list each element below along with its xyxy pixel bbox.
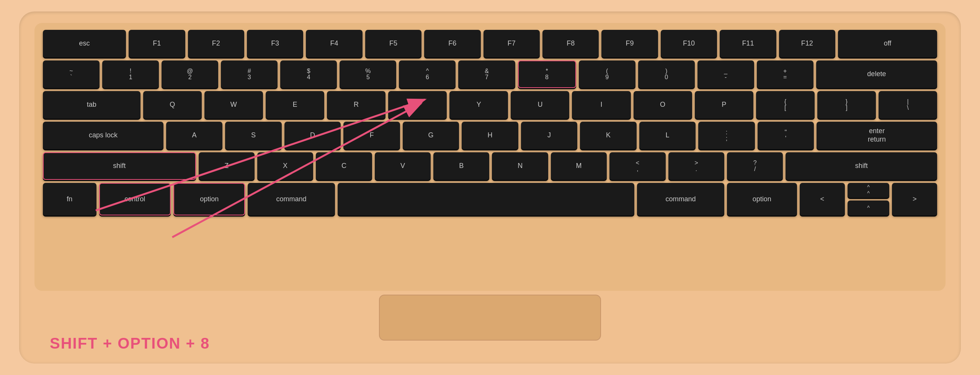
- key-6[interactable]: ^ 6: [399, 60, 456, 88]
- key-x[interactable]: X: [257, 152, 313, 180]
- key-f9[interactable]: F9: [601, 30, 658, 57]
- key-w[interactable]: W: [204, 91, 263, 119]
- key-option-left[interactable]: option: [173, 183, 245, 215]
- key-9[interactable]: ( 9: [579, 60, 635, 88]
- trackpad-row: [379, 295, 601, 341]
- asdf-row: caps lock A S D F G H J K L : ; " ' ente…: [43, 122, 937, 149]
- key-l[interactable]: L: [639, 122, 696, 149]
- key-arrow-left[interactable]: <: [800, 183, 845, 215]
- key-esc[interactable]: esc: [43, 30, 126, 57]
- key-z[interactable]: Z: [199, 152, 255, 180]
- key-n[interactable]: N: [492, 152, 548, 180]
- key-f7[interactable]: F7: [483, 30, 540, 57]
- key-4[interactable]: $ 4: [280, 60, 337, 88]
- keyboard-area: esc F1 F2 F3 F4 F5 F6 F7 F8 F9 F10 F11 F…: [34, 23, 946, 291]
- key-5[interactable]: % 5: [340, 60, 396, 88]
- key-control[interactable]: control: [99, 183, 171, 215]
- key-u[interactable]: U: [511, 91, 569, 119]
- key-m[interactable]: M: [551, 152, 607, 180]
- number-row: ~ ` ! 1 @ 2 # 3 $ 4 % 5: [43, 60, 937, 88]
- key-space[interactable]: [338, 183, 635, 215]
- key-f6[interactable]: F6: [424, 30, 480, 57]
- key-shift-right[interactable]: shift: [786, 152, 937, 180]
- key-p[interactable]: P: [695, 91, 753, 119]
- key-s[interactable]: S: [225, 122, 281, 149]
- key-8[interactable]: * 8: [518, 60, 576, 88]
- modifier-row: fn control option command command option…: [43, 183, 937, 215]
- key-arrow-down[interactable]: ^: [848, 201, 890, 215]
- key-fn[interactable]: fn: [43, 183, 96, 215]
- key-v[interactable]: V: [375, 152, 431, 180]
- key-j[interactable]: J: [521, 122, 577, 149]
- key-f[interactable]: F: [343, 122, 400, 149]
- key-enter[interactable]: enter return: [817, 122, 937, 149]
- key-i[interactable]: I: [572, 91, 630, 119]
- key-0[interactable]: ) 0: [638, 60, 695, 88]
- key-f10[interactable]: F10: [661, 30, 717, 57]
- key-d[interactable]: D: [284, 122, 341, 149]
- key-command-left[interactable]: command: [248, 183, 335, 215]
- key-off[interactable]: off: [838, 30, 937, 57]
- key-semicolon[interactable]: : ;: [698, 122, 755, 149]
- key-backslash[interactable]: | \: [879, 91, 937, 119]
- key-slash[interactable]: ? /: [727, 152, 783, 180]
- key-t[interactable]: T: [388, 91, 447, 119]
- key-delete[interactable]: delete: [816, 60, 937, 88]
- trackpad[interactable]: [379, 295, 601, 341]
- shortcut-label: SHIFT + OPTION + 8: [50, 335, 210, 352]
- key-lbracket[interactable]: { [: [756, 91, 815, 119]
- key-k[interactable]: K: [580, 122, 636, 149]
- key-f12[interactable]: F12: [779, 30, 835, 57]
- laptop-body: esc F1 F2 F3 F4 F5 F6 F7 F8 F9 F10 F11 F…: [19, 11, 961, 364]
- key-arrow-right[interactable]: >: [892, 183, 937, 215]
- key-backtick[interactable]: ~ `: [43, 60, 100, 88]
- key-tab[interactable]: tab: [43, 91, 140, 119]
- key-shift-left[interactable]: shift: [43, 152, 196, 180]
- key-f2[interactable]: F2: [188, 30, 244, 57]
- key-comma[interactable]: < ,: [609, 152, 665, 180]
- key-e[interactable]: E: [266, 91, 324, 119]
- key-7[interactable]: & 7: [458, 60, 515, 88]
- key-b[interactable]: B: [433, 152, 489, 180]
- key-f1[interactable]: F1: [129, 30, 185, 57]
- qwerty-row: tab Q W E R T Y U I O P { [ } ] | \: [43, 91, 937, 119]
- key-f3[interactable]: F3: [247, 30, 303, 57]
- key-period[interactable]: > .: [668, 152, 724, 180]
- key-minus[interactable]: _ -: [697, 60, 754, 88]
- key-a[interactable]: A: [166, 122, 222, 149]
- key-c[interactable]: C: [316, 152, 372, 180]
- function-row: esc F1 F2 F3 F4 F5 F6 F7 F8 F9 F10 F11 F…: [43, 30, 937, 57]
- key-f4[interactable]: F4: [306, 30, 362, 57]
- key-3[interactable]: # 3: [221, 60, 278, 88]
- key-g[interactable]: G: [403, 122, 459, 149]
- key-f8[interactable]: F8: [542, 30, 599, 57]
- key-f11[interactable]: F11: [720, 30, 776, 57]
- key-o[interactable]: O: [634, 91, 692, 119]
- key-capslock[interactable]: caps lock: [43, 122, 163, 149]
- key-equals[interactable]: + =: [757, 60, 813, 88]
- key-arrow-up[interactable]: ^ ^: [848, 183, 890, 198]
- key-1[interactable]: ! 1: [102, 60, 159, 88]
- key-command-right[interactable]: command: [637, 183, 724, 215]
- key-f5[interactable]: F5: [365, 30, 421, 57]
- key-quote[interactable]: " ': [758, 122, 814, 149]
- key-h[interactable]: H: [462, 122, 518, 149]
- key-q[interactable]: Q: [143, 91, 202, 119]
- zxcv-row: shift Z X C V B N M < , > . ? / shift: [43, 152, 937, 180]
- key-rbracket[interactable]: } ]: [817, 91, 876, 119]
- key-r[interactable]: R: [327, 91, 385, 119]
- key-y[interactable]: Y: [449, 91, 508, 119]
- key-2[interactable]: @ 2: [162, 60, 218, 88]
- key-option-right[interactable]: option: [727, 183, 797, 215]
